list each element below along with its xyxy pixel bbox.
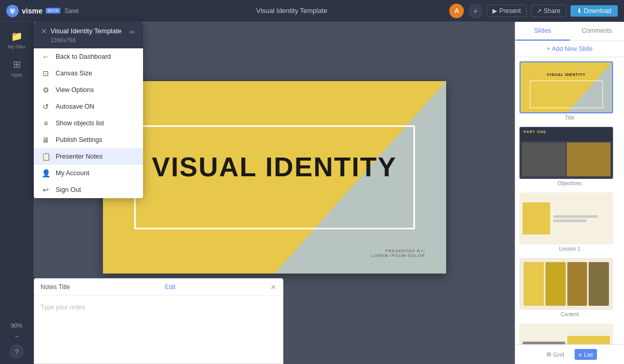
present-label: Present <box>499 7 521 15</box>
sidebar-item-apps[interactable]: ⊞ Apps <box>4 55 30 81</box>
help-button[interactable]: ? <box>9 344 24 359</box>
thumb2-part-text: PART ONE <box>524 130 609 134</box>
topbar-right: A + ▶ Present ↗ Share ⬇ Download <box>443 4 624 18</box>
menu-item-canvas-size[interactable]: ⊡ Canvas Size <box>34 65 143 82</box>
add-slide-button[interactable]: + Add New Slide <box>515 41 624 57</box>
notes-header: Notes Title Edit ✕ <box>34 279 283 296</box>
thumb3-line2 <box>553 219 587 222</box>
menu-item-publish-settings[interactable]: 🖥 Publish Settings <box>34 132 143 148</box>
right-tabs: Slides Comments <box>515 22 624 41</box>
canvas-size-icon: ⊡ <box>41 69 50 77</box>
slide-thumb-wrap-3: 3 Lesson 1 <box>519 192 620 252</box>
slide-label-3: Lesson 1 <box>519 246 620 252</box>
thumb4-cell2 <box>545 262 566 306</box>
menu-item-view-options[interactable]: ⚙ View Options <box>34 82 143 98</box>
slide-label-4: Content <box>519 311 620 317</box>
slide-canvas[interactable]: VISUAL IDENTITY PRESENTED BY: LOREM IPSU… <box>103 81 446 274</box>
thumb2-content <box>521 141 612 178</box>
menu-item-sign-out[interactable]: ↩ Sign Out <box>34 181 143 198</box>
slide-presented-by: PRESENTED BY: LOREM IPSUM DOLOR <box>371 249 425 258</box>
menu-label-view-options: View Options <box>56 86 136 94</box>
avatar[interactable]: A <box>449 4 464 18</box>
thumb5-block <box>567 336 610 344</box>
dropdown-project-title: Visual Identity Template <box>50 27 129 36</box>
share-button[interactable]: ↗ Share <box>531 5 566 17</box>
slide-label-2: Objectives <box>519 180 620 186</box>
visme-logo-icon <box>6 5 19 17</box>
notes-body[interactable]: Type your notes <box>34 296 283 318</box>
thumb1-title-text: VISUAL IDENTITY <box>547 73 586 76</box>
thumb4-cell1 <box>524 262 544 306</box>
slides-footer: ⊞ Grid ≡ List <box>515 344 624 364</box>
slide-thumbnail-3[interactable] <box>519 192 613 244</box>
list-icon: ≡ <box>579 352 582 358</box>
slide-thumbnail-2[interactable]: PART ONE <box>519 127 613 179</box>
add-icon[interactable]: + <box>468 4 483 18</box>
grid-view-button[interactable]: ⊞ Grid <box>542 349 568 360</box>
dropdown-edit-icon[interactable]: ✏ <box>129 28 136 36</box>
menu-item-presenter-notes[interactable]: 📋 Presenter Notes <box>34 148 143 165</box>
notes-panel: Notes Title Edit ✕ Type your notes <box>34 278 283 364</box>
slide-thumbnail-1[interactable]: VISUAL IDENTITY <box>519 61 613 113</box>
sidebar-item-my-files[interactable]: 📁 My Files <box>4 27 30 53</box>
presented-by-label: PRESENTED BY: <box>371 249 425 253</box>
slide-thumb-wrap-1: 1 VISUAL IDENTITY Title <box>519 61 620 121</box>
list-label: List <box>584 352 593 358</box>
publish-settings-icon: 🖥 <box>41 136 50 144</box>
folder-icon: 📁 <box>11 31 22 42</box>
dropdown-header-info: Visual Identity Template 1366x768 <box>50 27 129 43</box>
list-view-button[interactable]: ≡ List <box>575 349 597 360</box>
share-icon: ↗ <box>537 7 542 15</box>
menu-label-publish-settings: Publish Settings <box>56 136 136 144</box>
menu-item-back-to-dashboard[interactable]: ← Back to Dashboard <box>34 48 143 65</box>
notes-edit-button[interactable]: Edit <box>165 283 176 291</box>
topbar: visme BETA Save Visual Identity Template… <box>0 0 624 22</box>
share-label: Share <box>544 7 561 15</box>
tab-slides-label: Slides <box>534 27 551 34</box>
sidebar-item-apps-label: Apps <box>11 72 22 77</box>
zoom-minus-button[interactable]: − <box>15 333 18 340</box>
topbar-title: Visual Identity Template <box>140 7 443 15</box>
add-slide-label: + Add New Slide <box>547 45 592 53</box>
visme-logo[interactable]: visme BETA <box>6 5 60 17</box>
autosave-icon: ↺ <box>41 102 50 111</box>
tab-comments[interactable]: Comments <box>570 22 625 41</box>
menu-item-show-objects[interactable]: ≡ Show objects list <box>34 115 143 132</box>
slides-list: 1 VISUAL IDENTITY Title 2 PART ONE <box>515 57 624 344</box>
show-objects-icon: ≡ <box>41 119 50 127</box>
menu-item-autosave[interactable]: ↺ Autosave ON <box>34 98 143 115</box>
slide-thumbnail-4[interactable] <box>519 258 613 310</box>
thumb2-block2 <box>567 142 610 176</box>
dropdown-project-size: 1366x768 <box>50 37 129 43</box>
slide-thumb-wrap-2: 2 PART ONE Objectives <box>519 127 620 186</box>
zoom-level: 90% <box>11 322 22 329</box>
thumb3-block1 <box>523 202 550 235</box>
tab-slides[interactable]: Slides <box>515 22 570 41</box>
slide-thumbnail-5[interactable] <box>519 323 613 344</box>
menu-item-my-account[interactable]: 👤 My Account <box>34 165 143 181</box>
present-icon: ▶ <box>492 7 497 15</box>
dropdown-menu: ✕ Visual Identity Template 1366x768 ✏ ← … <box>34 22 143 198</box>
menu-label-presenter-notes: Presenter Notes <box>56 153 136 160</box>
thumb2-header: PART ONE <box>521 128 612 141</box>
right-panel: Slides Comments + Add New Slide 1 VISUAL… <box>515 22 624 364</box>
present-button[interactable]: ▶ Present <box>487 5 526 17</box>
save-button[interactable]: Save <box>64 7 79 15</box>
download-button[interactable]: ⬇ Download <box>570 5 618 17</box>
menu-label-my-account: My Account <box>56 170 136 177</box>
dropdown-header: ✕ Visual Identity Template 1366x768 ✏ <box>34 22 143 48</box>
menu-label-show-objects: Show objects list <box>56 120 136 127</box>
download-icon: ⬇ <box>577 7 582 15</box>
thumb5-img1 <box>523 342 565 345</box>
thumb5-left <box>523 342 565 345</box>
visme-logo-text: visme <box>22 7 43 15</box>
tab-comments-label: Comments <box>582 27 612 34</box>
thumb4-cell3 <box>567 262 588 306</box>
download-label: Download <box>584 7 612 15</box>
slide-thumb-wrap-5: 5 Lesson 1 copy 1 <box>519 323 620 344</box>
sign-out-icon: ↩ <box>41 186 50 194</box>
menu-close-button[interactable]: ✕ <box>41 27 47 35</box>
thumb4-cell4 <box>589 262 609 306</box>
notes-close-button[interactable]: ✕ <box>270 283 277 291</box>
apps-icon: ⊞ <box>13 59 21 70</box>
